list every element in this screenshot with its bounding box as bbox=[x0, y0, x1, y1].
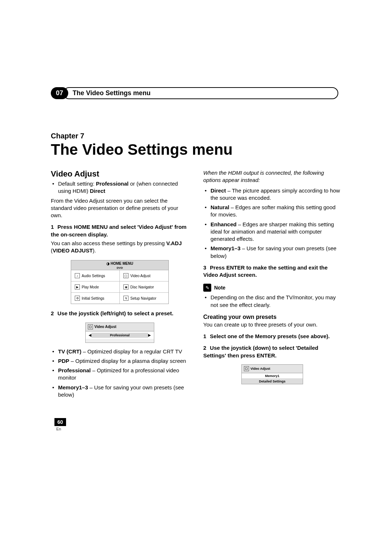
step-title: Use the joystick (down) to select 'Detai… bbox=[203, 345, 318, 358]
arrow-right-icon: ▶ bbox=[148, 333, 151, 337]
text: You can also access these settings by pr… bbox=[51, 240, 166, 246]
menu-item-initial-settings: ⚙Initial Settings bbox=[71, 293, 120, 304]
step-2: 2Use the joystick (left/right) to select… bbox=[51, 310, 189, 317]
menu-item-audio-settings: ♪Audio Settings bbox=[71, 270, 120, 281]
text: – Optimized display for a plasma display… bbox=[69, 358, 186, 364]
step-1-body: You can also access these settings by pr… bbox=[51, 240, 189, 255]
left-column: Video Adjust Default setting: Profession… bbox=[51, 169, 189, 401]
text: Default setting: bbox=[58, 181, 96, 187]
language-label: En bbox=[56, 427, 61, 431]
text: Natural bbox=[211, 204, 229, 210]
mem-header: ▢ Video Adjust bbox=[242, 365, 303, 373]
section-heading-video-adjust: Video Adjust bbox=[51, 169, 189, 179]
subsection-heading-presets: Creating your own presets bbox=[203, 314, 341, 320]
monitor-icon: ▢ bbox=[123, 273, 128, 278]
default-setting-line: Default setting: Professional or (when c… bbox=[58, 180, 189, 195]
arrow-left-icon: ◀ bbox=[89, 333, 91, 337]
step-3: 3Press ENTER to make the setting and exi… bbox=[203, 264, 341, 279]
gear-icon: ⚙ bbox=[75, 296, 80, 301]
va-title: Video Adjust bbox=[94, 325, 117, 329]
step-number: 2 bbox=[51, 310, 54, 316]
page-number-badge: 60 bbox=[54, 418, 66, 426]
step-number: 1 bbox=[51, 224, 54, 230]
chapter-heading-block: Chapter 7 The Video Settings menu bbox=[51, 132, 341, 158]
text: Direct bbox=[211, 187, 226, 194]
monitor-icon: ▢ bbox=[244, 366, 249, 371]
step-title: Select one of the Memory presets (see ab… bbox=[210, 333, 330, 339]
mem-row-memory1: Memory1 bbox=[242, 373, 303, 378]
menu-label: Video Adjust bbox=[130, 274, 150, 278]
menu-item-video-adjust: ▢Video Adjust bbox=[120, 270, 168, 281]
text: Professional bbox=[96, 181, 128, 187]
menu-item-play-mode: ▶Play Mode bbox=[71, 281, 120, 293]
create-step-1: 1Select one of the Memory presets (see a… bbox=[203, 333, 341, 340]
text: TV (CRT) bbox=[58, 348, 81, 355]
content-columns: Video Adjust Default setting: Profession… bbox=[51, 169, 341, 401]
step-1: 1Press HOME MENU and select 'Video Adjus… bbox=[51, 223, 189, 238]
text: – Optimized display for a regular CRT TV bbox=[81, 348, 182, 355]
step-title: Press HOME MENU and select 'Video Adjust… bbox=[51, 224, 187, 237]
mem-row-detailed-settings: Detailed Settings bbox=[242, 378, 303, 384]
manual-page: 07 The Video Settings menu Chapter 7 The… bbox=[0, 0, 392, 401]
home-menu-screenshot: ◑ HOME MENU DVD ♪Audio Settings ▢Video A… bbox=[71, 260, 169, 304]
va-selected-value: Professional bbox=[91, 333, 148, 338]
play-icon: ▶ bbox=[75, 284, 80, 289]
chapter-label: Chapter 7 bbox=[51, 132, 341, 140]
text: VIDEO ADJUST bbox=[53, 247, 93, 254]
pencil-icon: ✎ bbox=[203, 284, 211, 292]
list-item: Memory1–3 – Use for saving your own pres… bbox=[58, 384, 189, 399]
note-label: Note bbox=[214, 285, 225, 291]
text: HOME MENU bbox=[111, 262, 133, 266]
create-step-2: 2Use the joystick (down) to select 'Deta… bbox=[203, 344, 341, 359]
menu-label: Initial Settings bbox=[82, 296, 104, 300]
preset-list: TV (CRT) – Optimized display for a regul… bbox=[51, 348, 189, 399]
list-item: TV (CRT) – Optimized display for a regul… bbox=[58, 348, 189, 355]
menu-label: Audio Settings bbox=[82, 274, 105, 278]
step-title: Press ENTER to make the setting and exit… bbox=[203, 264, 328, 278]
menu-subtitle: DVD bbox=[117, 266, 123, 270]
step-number: 2 bbox=[203, 345, 206, 351]
text: Enhanced bbox=[211, 221, 237, 227]
text: ). bbox=[93, 247, 96, 254]
text: Memory1–3 bbox=[211, 245, 241, 251]
right-column: When the HDMI output is connected, the f… bbox=[203, 169, 341, 401]
note-body: Depending on the disc and the TV/monitor… bbox=[211, 294, 341, 309]
menu-label: Disc Navigator bbox=[130, 285, 154, 289]
speaker-icon: ♪ bbox=[75, 273, 80, 278]
list-item: Memory1–3 – Use for saving your own pres… bbox=[211, 245, 341, 260]
text: – The picture appears simply according t… bbox=[211, 187, 340, 201]
menu-label: Play Mode bbox=[82, 285, 99, 289]
page-title: The Video Settings menu bbox=[51, 141, 341, 158]
monitor-icon: ▢ bbox=[88, 324, 93, 329]
menu-title: ◑ HOME MENU DVD bbox=[71, 260, 168, 270]
disc-icon: ◉ bbox=[123, 284, 128, 289]
step-number: 1 bbox=[203, 333, 206, 339]
va-header: ▢ Video Adjust bbox=[86, 323, 154, 331]
create-intro: You can create up to three presets of yo… bbox=[203, 321, 341, 328]
mem-title: Video Adjust bbox=[250, 367, 270, 370]
menu-grid: ♪Audio Settings ▢Video Adjust ▶Play Mode… bbox=[71, 270, 168, 304]
chapter-number-badge: 07 bbox=[51, 87, 68, 99]
menu-item-setup-navigator: ↯Setup Navigator bbox=[120, 293, 168, 304]
hdmi-note: When the HDMI output is connected, the f… bbox=[203, 169, 341, 184]
text: Professional bbox=[58, 367, 91, 373]
video-adjust-screenshot: ▢ Video Adjust ◀ Professional ▶ bbox=[85, 323, 154, 343]
intro-paragraph: From the Video Adjust screen you can sel… bbox=[51, 197, 189, 219]
hdmi-options-list: Direct – The picture appears simply acco… bbox=[203, 187, 341, 260]
text: Direct bbox=[90, 188, 106, 194]
menu-item-disc-navigator: ◉Disc Navigator bbox=[120, 281, 168, 293]
wand-icon: ↯ bbox=[123, 296, 128, 301]
text: V.ADJ bbox=[166, 240, 182, 246]
text: Memory1–3 bbox=[58, 384, 88, 390]
list-item: Direct – The picture appears simply acco… bbox=[211, 187, 341, 202]
globe-icon: ◑ bbox=[106, 262, 111, 266]
text: PDP bbox=[58, 358, 69, 364]
menu-label: Setup Navigator bbox=[130, 296, 156, 300]
header-bar: 07 The Video Settings menu bbox=[51, 87, 341, 99]
step-title: Use the joystick (left/right) to select … bbox=[57, 310, 173, 316]
note-bar: ✎ Note bbox=[203, 284, 341, 292]
va-blank-row bbox=[86, 339, 154, 343]
list-item: PDP – Optimized display for a plasma dis… bbox=[58, 357, 189, 365]
step-number: 3 bbox=[203, 264, 206, 271]
list-item: Natural – Edges are softer making this s… bbox=[211, 204, 341, 219]
